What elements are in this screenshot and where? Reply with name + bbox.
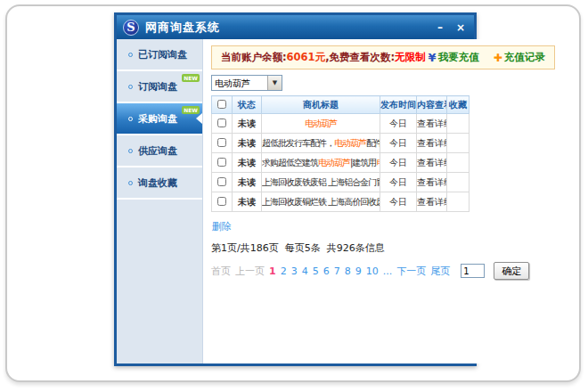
page-link-7[interactable]: 7 [334, 265, 340, 277]
row-view-link[interactable]: 查看详细 [417, 192, 447, 212]
sidebar-item-purchase-inquiries[interactable]: 采购询盘 NEW [117, 103, 202, 135]
title-text: 求购超低空建筑 [262, 158, 318, 167]
page-link-4[interactable]: 4 [302, 265, 308, 277]
row-title[interactable]: 超低批发行车配件，电动葫芦配件。 [262, 134, 380, 153]
next-page-link[interactable]: 下一页 [396, 265, 426, 278]
page-link-1[interactable]: 1 [269, 265, 276, 277]
sidebar-item-supply-inquiries[interactable]: 供应询盘 [117, 135, 202, 167]
row-status: 未读 [233, 134, 262, 153]
close-button[interactable]: × [456, 22, 465, 33]
row-checkbox[interactable] [217, 158, 226, 167]
row-time: 今日 [380, 134, 417, 153]
select-all-checkbox[interactable] [217, 100, 226, 109]
confirm-button[interactable]: 确定 [494, 262, 529, 280]
ellipsis: ... [383, 265, 393, 277]
table-header-row: 状态 商机标题 发布时间 内容查看 收藏 [212, 96, 470, 114]
row-view-link[interactable]: 查看详细 [417, 134, 447, 153]
row-status: 未读 [233, 173, 262, 192]
balance-label: 当前账户余额: [221, 51, 287, 64]
sidebar-item-subscribed-inquiries[interactable]: 已订阅询盘 [117, 39, 202, 71]
row-checkbox[interactable] [217, 177, 226, 186]
last-page-link[interactable]: 尾页 [430, 265, 450, 278]
row-favorite-cell [447, 192, 470, 212]
new-badge: NEW [182, 74, 200, 82]
page-link-2[interactable]: 2 [281, 265, 287, 277]
filter-row: 电动葫芦 ▼ [211, 75, 555, 91]
page-link-10[interactable]: 10 [366, 265, 379, 277]
recharge-record-link[interactable]: 充值记录 [504, 51, 545, 64]
title-text: |建筑用 [350, 158, 376, 167]
main-area: 已订阅询盘 订阅询盘 NEW 采购询盘 NEW 供应询盘 询盘收藏 [117, 39, 474, 363]
app-logo-icon: S [123, 20, 139, 36]
inquiry-table: 状态 商机标题 发布时间 内容查看 收藏 未读 电动葫芦 今日 查看详细 [211, 95, 470, 212]
account-balance-bar: 当前账户余额: 6061元 ,免费查看次数: 无限制 ¥ 我要充值 ✚ 充值记录 [211, 45, 555, 69]
row-time: 今日 [380, 153, 417, 173]
page-link-8[interactable]: 8 [345, 265, 351, 277]
sidebar-item-label: 采购询盘 [138, 112, 177, 126]
keyword-highlight: 电动葫芦 [305, 118, 337, 128]
title-text: 超低批发行车配件， [262, 138, 334, 148]
pagination: 首页 上一页 12345678910 ... 下一页 尾页 确定 [211, 262, 555, 280]
balance-value: 6061元 [287, 51, 326, 64]
header-favorite: 收藏 [447, 96, 470, 114]
row-favorite-cell [447, 134, 470, 153]
table-row: 未读 上海回收废铁废铝 上海铝合金门窗回收 上 今日 查看详细 [212, 173, 470, 192]
free-views-label: ,免费查看次数: [325, 51, 395, 64]
row-checkbox[interactable] [217, 118, 226, 127]
row-title[interactable]: 上海回收废铜烂铁 上海高价回收废旧电线 [262, 192, 380, 212]
row-favorite-cell [447, 153, 470, 173]
row-title[interactable]: 求购超低空建筑电动葫芦|建筑用电动葫芦 [262, 153, 380, 173]
page-info: 第1页/共186页 每页5条 共926条信息 [211, 241, 555, 255]
row-time: 今日 [380, 192, 417, 212]
page-link-5[interactable]: 5 [313, 265, 319, 277]
bullet-icon [128, 149, 133, 153]
goto-page-input[interactable] [461, 264, 485, 278]
sidebar: 已订阅询盘 订阅询盘 NEW 采购询盘 NEW 供应询盘 询盘收藏 [117, 39, 203, 363]
first-page-link[interactable]: 首页 [211, 265, 231, 278]
row-view-link[interactable]: 查看详细 [417, 173, 447, 192]
row-title[interactable]: 电动葫芦 [262, 114, 380, 134]
table-row: 未读 上海回收废铜烂铁 上海高价回收废旧电线 今日 查看详细 [212, 192, 470, 212]
row-status: 未读 [233, 153, 262, 173]
sidebar-item-subscribe-inquiries[interactable]: 订阅询盘 NEW [117, 71, 202, 103]
row-favorite-cell [447, 173, 470, 192]
page-link-3[interactable]: 3 [291, 265, 298, 277]
minimize-button[interactable]: – [437, 22, 443, 33]
yen-icon: ¥ [429, 51, 437, 64]
sidebar-item-inquiry-favorites[interactable]: 询盘收藏 [117, 167, 202, 200]
table-row: 未读 超低批发行车配件，电动葫芦配件。 今日 查看详细 [212, 134, 470, 153]
new-badge: NEW [182, 106, 200, 114]
keyword-highlight: 电动葫芦 [376, 158, 380, 167]
row-time: 今日 [380, 173, 417, 192]
header-view: 内容查看 [417, 96, 447, 114]
row-status: 未读 [233, 114, 262, 134]
row-favorite-cell [447, 114, 470, 134]
title-text: 上海回收废铁废铝 上海铝合金门窗回收 上 [262, 177, 380, 187]
table-row: 未读 求购超低空建筑电动葫芦|建筑用电动葫芦 今日 查看详细 [212, 153, 470, 173]
bullet-icon [128, 181, 133, 185]
recharge-link[interactable]: 我要充值 [438, 51, 479, 64]
row-title[interactable]: 上海回收废铁废铝 上海铝合金门窗回收 上 [262, 173, 380, 192]
sidebar-item-label: 供应询盘 [138, 144, 177, 158]
prev-page-link[interactable]: 上一页 [235, 265, 265, 278]
delete-link[interactable]: 删除 [212, 220, 232, 233]
app-window: S 网商询盘系统 – × 已订阅询盘 订阅询盘 NEW 采购询盘 NEW 供应询… [114, 12, 477, 366]
page-link-9[interactable]: 9 [355, 265, 362, 277]
row-checkbox[interactable] [217, 138, 226, 147]
window-title: 网商询盘系统 [145, 20, 220, 36]
row-view-link[interactable]: 查看详细 [417, 114, 447, 134]
header-title: 商机标题 [262, 96, 380, 114]
row-checkbox[interactable] [217, 197, 226, 206]
page-link-6[interactable]: 6 [323, 265, 330, 277]
sidebar-item-label: 订阅询盘 [138, 80, 177, 94]
row-view-link[interactable]: 查看详细 [417, 153, 447, 173]
sidebar-item-label: 已订阅询盘 [138, 48, 187, 61]
title-text: 上海回收废铜烂铁 上海高价回收废旧电线 [262, 197, 380, 207]
bullet-icon [128, 117, 133, 121]
category-dropdown[interactable]: 电动葫芦 ▼ [211, 75, 282, 91]
title-text: 配件。 [366, 138, 380, 148]
sidebar-item-label: 询盘收藏 [138, 176, 177, 190]
bullet-icon [128, 53, 133, 57]
table-row: 未读 电动葫芦 今日 查看详细 [212, 114, 470, 134]
chevron-down-icon: ▼ [267, 76, 282, 90]
